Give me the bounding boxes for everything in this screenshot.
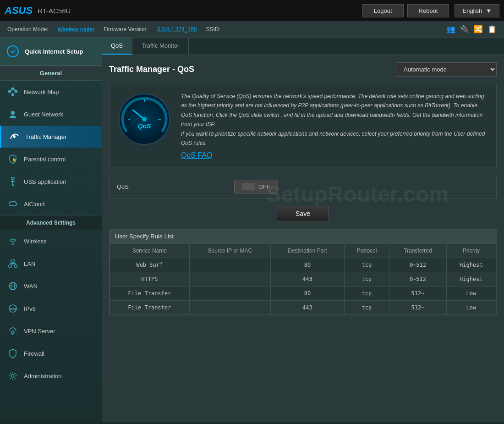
- guest-network-label: Guest Network: [24, 111, 63, 118]
- vpn-server-label: VPN Server: [24, 328, 55, 335]
- mode-label: Operation Mode:: [7, 26, 48, 33]
- reboot-button[interactable]: Reboot: [407, 4, 449, 17]
- quick-setup-item[interactable]: Quick Internet Setup: [0, 38, 102, 66]
- svg-rect-18: [14, 265, 17, 267]
- sidebar-item-aicloud[interactable]: AiCloud: [0, 193, 102, 215]
- svg-rect-4: [11, 94, 14, 96]
- svg-point-9: [13, 135, 16, 138]
- operation-bar: Operation Mode: Wireless router Firmware…: [0, 21, 504, 38]
- sidebar-item-network-map[interactable]: Network Map: [0, 81, 102, 103]
- wan-icon: [7, 281, 18, 292]
- sidebar-item-parental-control[interactable]: 🔒 Parental control: [0, 148, 102, 171]
- users-icon[interactable]: 👥: [446, 25, 455, 33]
- share-icon[interactable]: 🔀: [474, 25, 483, 33]
- lan-icon: [7, 258, 18, 269]
- svg-point-30: [11, 374, 14, 377]
- svg-point-15: [12, 244, 14, 245]
- sidebar-item-wan[interactable]: WAN: [0, 275, 102, 297]
- quick-setup-icon: [5, 44, 20, 59]
- col-dest-port: Destination Port: [271, 244, 345, 258]
- clipboard-icon[interactable]: 📋: [488, 25, 497, 33]
- table-row: File Transfer80tcp512~Low: [110, 286, 496, 301]
- col-protocol: Protocol: [344, 244, 389, 258]
- sidebar-item-guest-network[interactable]: Guest Network: [0, 103, 102, 126]
- save-button-area: Save: [109, 206, 497, 221]
- wan-label: WAN: [24, 283, 38, 290]
- svg-rect-16: [11, 260, 15, 262]
- col-service: Service Name: [110, 244, 190, 258]
- main-layout: Quick Internet Setup General Network Map: [0, 38, 504, 422]
- advanced-section-header: Advanced Settings: [0, 215, 102, 230]
- sidebar: Quick Internet Setup General Network Map: [0, 38, 102, 422]
- content-area: QoS Traffic Monitor Traffic Manager - Qo…: [102, 38, 504, 422]
- ssid-label: SSID:: [206, 26, 220, 33]
- sidebar-item-ipv6[interactable]: IPv6 IPv6: [0, 297, 102, 320]
- logout-button[interactable]: Logout: [362, 4, 404, 17]
- lan-label: LAN: [24, 260, 35, 267]
- sidebar-item-administration[interactable]: Administration: [0, 365, 102, 387]
- router-icon[interactable]: 🔌: [460, 25, 469, 33]
- qos-toggle[interactable]: OFF: [234, 180, 278, 193]
- svg-point-0: [7, 46, 18, 57]
- svg-line-5: [11, 89, 11, 92]
- mode-value[interactable]: Wireless router: [57, 26, 94, 33]
- sidebar-item-firewall[interactable]: Firewall: [0, 342, 102, 365]
- general-section-header: General: [0, 66, 102, 81]
- model-name: RT-AC56U: [38, 7, 71, 15]
- ipv6-label: IPv6: [24, 305, 36, 312]
- header: ASUS RT-AC56U Logout Reboot English ▼: [0, 0, 504, 21]
- traffic-manager-icon: [9, 131, 20, 142]
- toggle-state-label: OFF: [258, 183, 270, 190]
- usb-icon: [7, 176, 18, 187]
- save-button[interactable]: Save: [277, 206, 329, 221]
- rule-list-section: User Specify Rule List Service Name Sour…: [109, 229, 497, 315]
- firewall-icon: [7, 348, 18, 359]
- rule-list-title: User Specify Rule List: [110, 229, 496, 243]
- vpn-icon: [7, 325, 18, 336]
- administration-label: Administration: [24, 373, 61, 380]
- svg-rect-17: [9, 265, 11, 267]
- tab-traffic-monitor[interactable]: Traffic Monitor: [132, 38, 189, 55]
- sidebar-item-traffic-manager[interactable]: Traffic Manager: [0, 126, 102, 148]
- qos-field-label: QoS: [117, 183, 227, 190]
- language-selector[interactable]: English ▼: [455, 4, 499, 17]
- svg-rect-1: [8, 90, 11, 93]
- col-transferred: Transferred: [389, 244, 447, 258]
- aicloud-icon: [7, 198, 18, 209]
- col-source: Source IP or MAC: [189, 244, 270, 258]
- quick-setup-label: Quick Internet Setup: [25, 48, 83, 55]
- tab-qos[interactable]: QoS: [102, 38, 132, 55]
- svg-rect-11: [11, 177, 14, 179]
- chevron-down-icon: ▼: [486, 7, 492, 14]
- mode-select[interactable]: Automatic mode User-defined QoS rules Di…: [396, 62, 497, 77]
- tab-bar: QoS Traffic Monitor: [102, 38, 504, 55]
- network-map-label: Network Map: [24, 88, 59, 95]
- col-priority: Priority: [446, 244, 496, 258]
- title-bar: Traffic Manager - QoS Automatic mode Use…: [109, 62, 497, 77]
- svg-point-8: [11, 111, 15, 115]
- firewall-label: Firewall: [24, 350, 44, 357]
- network-map-icon: [7, 86, 18, 97]
- sidebar-item-wireless[interactable]: Wireless: [0, 230, 102, 253]
- table-row: File Transfer443tcp512~Low: [110, 301, 496, 315]
- rule-table: Service Name Source IP or MAC Destinatio…: [110, 243, 496, 315]
- parental-control-label: Parental control: [24, 156, 66, 163]
- info-text-area: The Quality of Service (QoS) ensures the…: [181, 92, 489, 160]
- sidebar-item-usb-application[interactable]: USB application: [0, 171, 102, 193]
- firmware-value[interactable]: 3.0.0.4.374_158: [157, 26, 197, 33]
- usb-application-label: USB application: [24, 178, 66, 185]
- svg-point-28: [11, 331, 14, 334]
- qos-faq-link[interactable]: QoS FAQ: [181, 151, 489, 160]
- administration-icon: [7, 370, 18, 381]
- page-content: Traffic Manager - QoS Automatic mode Use…: [102, 55, 504, 323]
- svg-rect-2: [11, 88, 14, 90]
- logo: ASUS: [5, 5, 33, 17]
- sidebar-item-lan[interactable]: LAN: [0, 253, 102, 275]
- wireless-label: Wireless: [24, 238, 47, 245]
- qos-gauge: QoS: [117, 92, 172, 147]
- sidebar-item-vpn-server[interactable]: VPN Server: [0, 320, 102, 342]
- svg-text:QoS: QoS: [138, 122, 151, 130]
- guest-network-icon: [7, 109, 18, 120]
- parental-control-icon: 🔒: [7, 154, 18, 165]
- page-title: Traffic Manager - QoS: [109, 65, 194, 74]
